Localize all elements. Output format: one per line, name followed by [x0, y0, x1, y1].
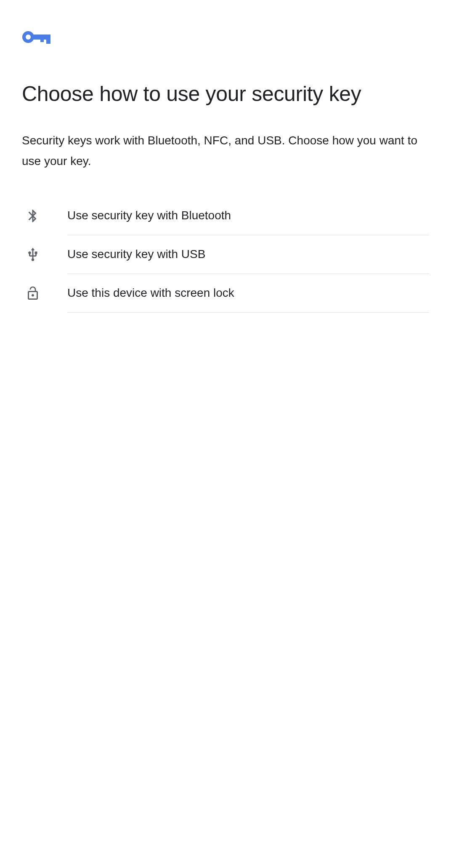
svg-rect-3: [46, 39, 50, 44]
option-screen-lock[interactable]: Use this device with screen lock: [22, 274, 429, 313]
option-usb[interactable]: Use security key with USB: [22, 235, 429, 274]
lock-open-icon: [22, 286, 67, 301]
option-bluetooth[interactable]: Use security key with Bluetooth: [22, 197, 429, 235]
svg-rect-4: [40, 39, 44, 42]
key-icon: [22, 29, 429, 47]
svg-point-1: [26, 35, 31, 40]
security-key-setup-screen: Choose how to use your security key Secu…: [0, 0, 451, 313]
page-title: Choose how to use your security key: [22, 81, 429, 107]
usb-icon: [22, 247, 67, 262]
bluetooth-icon: [22, 208, 67, 224]
options-list: Use security key with Bluetooth Use secu…: [22, 197, 429, 313]
option-label: Use security key with Bluetooth: [67, 209, 231, 222]
option-label: Use this device with screen lock: [67, 286, 234, 300]
option-label: Use security key with USB: [67, 248, 205, 261]
page-subtitle: Security keys work with Bluetooth, NFC, …: [22, 130, 429, 171]
